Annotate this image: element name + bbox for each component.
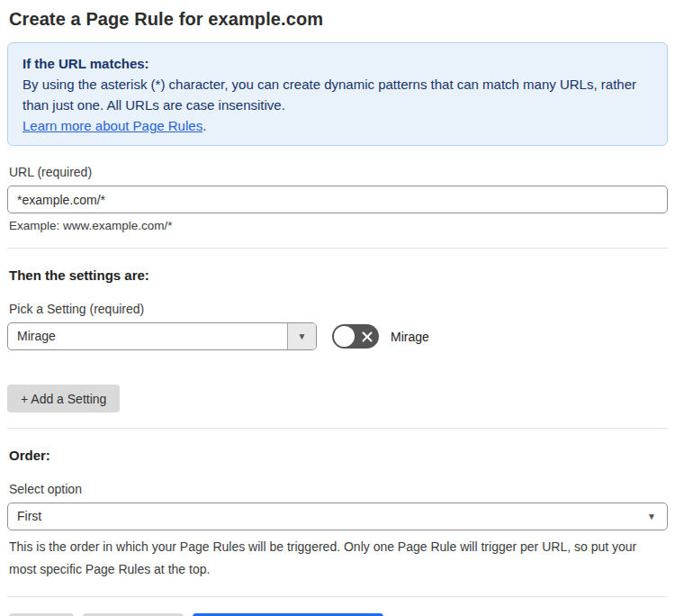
url-field-help: Example: www.example.com/*	[9, 219, 668, 232]
settings-section-heading: Then the settings are:	[9, 267, 668, 283]
divider	[7, 248, 668, 249]
order-section-heading: Order:	[9, 448, 668, 463]
order-help-text: This is the order in which your Page Rul…	[9, 536, 657, 581]
order-select-arrow: ▼	[647, 503, 667, 530]
order-select-value: First	[8, 503, 647, 530]
setting-select[interactable]: Mirage ▼	[7, 322, 317, 350]
setting-select-value: Mirage	[8, 323, 287, 349]
learn-more-link[interactable]: Learn more about Page Rules	[22, 118, 202, 133]
url-input[interactable]	[7, 186, 668, 213]
setting-row: Mirage ▼ Mirage	[7, 322, 668, 350]
info-box-heading: If the URL matches:	[22, 53, 652, 74]
url-match-info-box: If the URL matches: By using the asteris…	[7, 42, 668, 146]
add-setting-button[interactable]: + Add a Setting	[7, 385, 120, 412]
divider	[7, 596, 668, 597]
x-icon	[362, 331, 373, 342]
toggle-label: Mirage	[391, 330, 429, 344]
toggle-knob	[334, 326, 355, 347]
page-title: Create a Page Rule for example.com	[9, 9, 668, 30]
mirage-toggle[interactable]	[332, 324, 379, 349]
divider	[7, 428, 668, 429]
pick-setting-label: Pick a Setting (required)	[9, 302, 668, 316]
order-select-label: Select option	[9, 482, 668, 496]
order-select[interactable]: First ▼	[7, 503, 668, 530]
create-page-rule-form: Create a Page Rule for example.com If th…	[0, 9, 675, 616]
setting-select-arrow-button[interactable]: ▼	[287, 323, 316, 349]
url-field-label: URL (required)	[9, 165, 668, 179]
info-box-body: By using the asterisk (*) character, you…	[22, 74, 652, 115]
link-period: .	[202, 118, 206, 133]
chevron-down-icon: ▼	[647, 512, 656, 521]
chevron-down-icon: ▼	[298, 332, 307, 341]
info-box-link-line: Learn more about Page Rules.	[22, 115, 652, 136]
